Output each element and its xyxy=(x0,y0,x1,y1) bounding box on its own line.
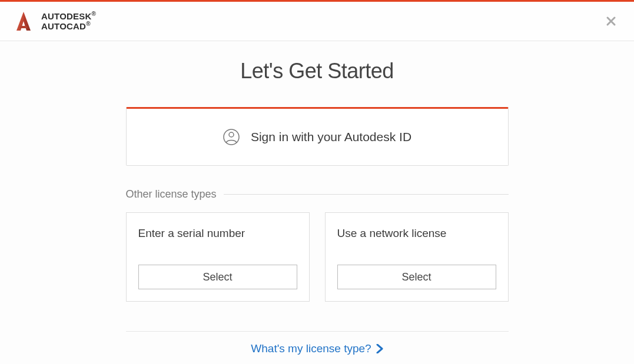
network-select-button[interactable]: Select xyxy=(337,265,496,289)
brand-logo: AUTODESK® AUTOCAD® xyxy=(13,11,96,32)
brand-line2: AUTOCAD® xyxy=(41,21,96,31)
signin-label: Sign in with your Autodesk ID xyxy=(251,130,411,144)
close-icon[interactable] xyxy=(606,16,616,26)
network-card: Use a network license Select xyxy=(325,212,509,302)
license-cards: Enter a serial number Select Use a netwo… xyxy=(126,212,509,302)
divider-line xyxy=(224,194,509,195)
signin-button[interactable]: Sign in with your Autodesk ID xyxy=(126,107,509,166)
section-label: Other license types xyxy=(126,188,217,201)
svg-point-1 xyxy=(229,132,234,137)
main-content: Let's Get Started Sign in with your Auto… xyxy=(126,59,509,355)
license-help-link[interactable]: What's my license type? xyxy=(126,342,509,355)
brand-line1: AUTODESK® xyxy=(41,11,96,21)
autocad-logo-icon xyxy=(13,11,34,32)
serial-card: Enter a serial number Select xyxy=(126,212,310,302)
page-title: Let's Get Started xyxy=(126,59,509,84)
chevron-right-icon xyxy=(376,344,383,353)
footer-divider xyxy=(126,331,509,332)
section-header: Other license types xyxy=(126,188,509,201)
serial-card-title: Enter a serial number xyxy=(138,227,297,240)
license-help-label: What's my license type? xyxy=(251,342,371,355)
header: AUTODESK® AUTOCAD® xyxy=(0,2,634,41)
serial-select-button[interactable]: Select xyxy=(138,265,297,289)
user-icon xyxy=(223,128,240,146)
network-card-title: Use a network license xyxy=(337,227,496,240)
